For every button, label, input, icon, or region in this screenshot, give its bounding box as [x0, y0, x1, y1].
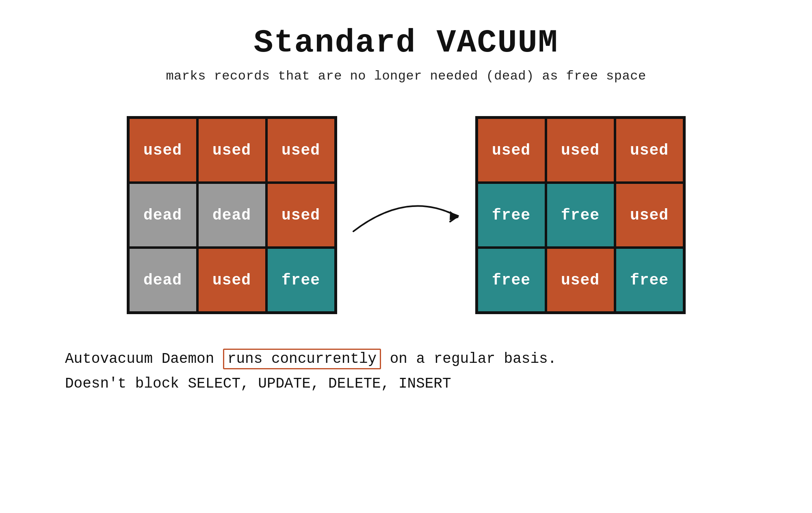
left-cell-used: used [197, 118, 266, 183]
left-cell-used: used [266, 183, 336, 248]
right-grid: usedusedusedfreefreeusedfreeusedfree [475, 116, 686, 314]
bottom-line2: Doesn't block SELECT, UPDATE, DELETE, IN… [65, 375, 451, 392]
right-cell-used: used [546, 118, 615, 183]
left-cell-dead: dead [128, 248, 197, 313]
left-cell-used: used [266, 118, 336, 183]
left-cell-used: used [197, 248, 266, 313]
right-cell-used: used [546, 248, 615, 313]
arrow-icon [345, 183, 467, 248]
bottom-line1: Autovacuum Daemon runs concurrently on a… [65, 349, 556, 369]
diagram-area: useduseduseddeaddeaduseddeadusedfree use… [0, 116, 812, 314]
highlight-box: runs concurrently [223, 349, 381, 369]
right-cell-used: used [477, 118, 546, 183]
right-cell-free: free [615, 248, 684, 313]
bottom-text: Autovacuum Daemon runs concurrently on a… [0, 347, 556, 396]
bottom-line1-after: on a regular basis. [381, 351, 556, 367]
left-cell-dead: dead [128, 183, 197, 248]
left-cell-used: used [128, 118, 197, 183]
arrow-area [337, 183, 475, 248]
page-title: Standard VACUUM [253, 24, 558, 61]
right-cell-free: free [477, 248, 546, 313]
left-cell-free: free [266, 248, 336, 313]
bottom-line1-before: Autovacuum Daemon [65, 351, 223, 367]
right-cell-free: free [546, 183, 615, 248]
right-cell-used: used [615, 183, 684, 248]
subtitle: marks records that are no longer needed … [166, 69, 646, 84]
right-cell-free: free [477, 183, 546, 248]
left-cell-dead: dead [197, 183, 266, 248]
right-cell-used: used [615, 118, 684, 183]
left-grid: useduseduseddeaddeaduseddeadusedfree [127, 116, 337, 314]
